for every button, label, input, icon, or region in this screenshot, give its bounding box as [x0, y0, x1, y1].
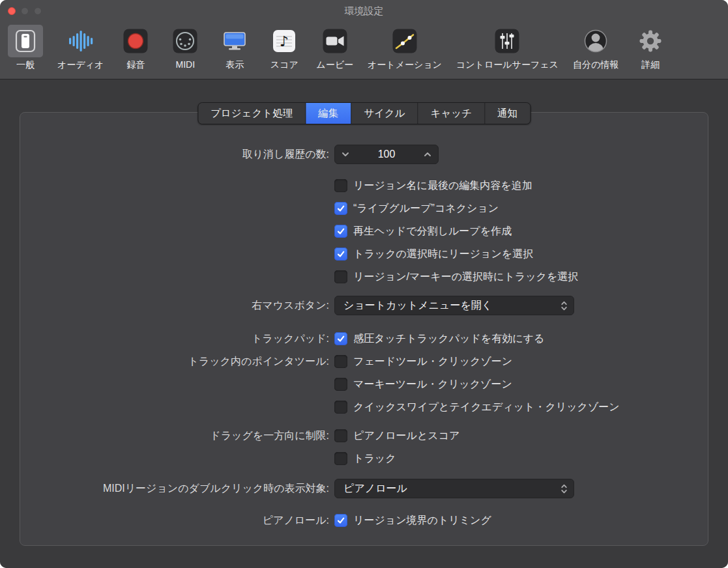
toolbar-item-advanced[interactable]: 詳細: [633, 25, 668, 71]
editing-form: 取り消し履歴の数: 100 リージョン名に最後の編集内容を追加: [20, 113, 708, 528]
checkbox-label: “ライブグループ”コネクション: [353, 202, 499, 216]
tab-notifications[interactable]: 通知: [485, 103, 530, 124]
checkbox-limit-drag-tracks[interactable]: [334, 452, 347, 465]
audio-icon: [68, 28, 94, 54]
checkbox-label: リージョン境界のトリミング: [353, 514, 491, 528]
right-mouse-popup[interactable]: ショートカットメニューを開く: [334, 296, 574, 315]
gear-icon: [637, 28, 663, 54]
checkbox-select-track-on-region-selection[interactable]: [334, 270, 347, 283]
tab-cycle[interactable]: サイクル: [351, 103, 418, 124]
toolbar-item-label: 一般: [16, 59, 35, 71]
tab-label: 編集: [318, 107, 338, 121]
drag-limit-row: ドラッグを一方向に制限: ピアノロールとスコア: [20, 428, 708, 444]
stepper-increment-icon[interactable]: [424, 152, 431, 157]
display-icon: [222, 28, 248, 54]
checkbox-fade-tool-click-zone[interactable]: [334, 355, 347, 368]
checkbox-row: クイックスワイプとテイクエディット・クリックゾーン: [20, 399, 708, 415]
toolbar-item-label: オートメーション: [368, 59, 442, 71]
toolbar-item-audio[interactable]: オーディオ: [57, 25, 104, 71]
checkmark-icon: [336, 204, 345, 213]
svg-text:♪: ♪: [280, 33, 289, 50]
checkbox-label: リージョン名に最後の編集内容を追加: [353, 179, 532, 193]
toolbar-item-label: スコア: [270, 59, 298, 71]
top-chrome: 環境設定 一般: [0, 0, 728, 79]
tab-label: 通知: [497, 107, 517, 121]
toolbar-item-label: 自分の情報: [573, 59, 619, 71]
checkbox-label: トラック: [353, 452, 396, 466]
toolbar-item-automation[interactable]: オートメーション: [368, 25, 442, 71]
toolbar-item-label: ムービー: [316, 59, 353, 71]
checkbox-label: トラックの選択時にリージョンを選択: [353, 248, 533, 261]
toolbar-item-midi[interactable]: MIDI: [167, 25, 203, 70]
checkbox-row: 再生ヘッドで分割しループを作成: [20, 223, 708, 239]
toolbar-item-label: 詳細: [641, 59, 660, 71]
preferences-toolbar: 一般 オーディオ: [0, 22, 728, 71]
checkbox-force-touch-trackpad[interactable]: [334, 332, 347, 345]
tab-catch[interactable]: キャッチ: [418, 103, 485, 124]
toolbar-item-label: 録音: [126, 59, 145, 71]
checkmark-icon: [336, 249, 345, 259]
checkbox-row: トラックの選択時にリージョンを選択: [20, 246, 708, 262]
toolbar-item-label: 表示: [226, 59, 244, 71]
tab-label: プロジェクト処理: [211, 107, 293, 121]
checkmark-icon: [336, 227, 345, 236]
undo-value: 100: [378, 149, 396, 160]
popup-value: ピアノロール: [343, 482, 561, 496]
right-mouse-row: 右マウスボタン: ショートカットメニューを開く: [20, 296, 708, 315]
checkmark-icon: [336, 334, 345, 343]
midi-double-click-label: MIDIリージョンのダブルクリック時の表示対象:: [20, 482, 329, 496]
title-bar[interactable]: 環境設定: [0, 0, 728, 22]
checkbox-row: トラック: [20, 451, 708, 466]
checkbox-label: 感圧タッチトラックパッドを有効にする: [353, 332, 544, 346]
right-mouse-label: 右マウスボタン:: [20, 299, 329, 313]
score-icon: ♪: [271, 28, 297, 54]
editing-pane: プロジェクト処理 編集 サイクル キャッチ 通知 取り消し履歴の数: 100: [20, 112, 708, 546]
toolbar-item-movie[interactable]: ムービー: [316, 25, 353, 71]
midi-icon: [172, 28, 198, 54]
my-info-icon: [583, 28, 609, 54]
trackpad-label: トラックパッド:: [20, 332, 329, 346]
control-surfaces-icon: [494, 28, 520, 54]
tab-bar: プロジェクト処理 編集 サイクル キャッチ 通知: [197, 102, 531, 124]
tab-editing[interactable]: 編集: [306, 103, 351, 124]
up-down-chevrons-icon: [561, 300, 568, 311]
piano-roll-label: ピアノロール:: [20, 514, 329, 528]
checkbox-label: リージョン/マーキーの選択時にトラックを選択: [353, 270, 578, 284]
popup-value: ショートカットメニューを開く: [343, 299, 561, 313]
midi-double-click-popup[interactable]: ピアノロール: [334, 479, 574, 498]
tab-project-handling[interactable]: プロジェクト処理: [198, 103, 306, 124]
undo-label: 取り消し履歴の数:: [20, 148, 329, 162]
toolbar-item-control-surfaces[interactable]: コントロールサーフェス: [456, 25, 559, 71]
toolbar-item-label: コントロールサーフェス: [456, 59, 559, 71]
tab-label: サイクル: [364, 107, 405, 121]
pointer-tools-row: トラック内のポインタツール: フェードツール・クリックゾーン: [20, 354, 708, 369]
checkbox-trim-region-borders[interactable]: [334, 514, 347, 527]
checkbox-row: リージョン名に最後の編集内容を追加: [20, 178, 708, 193]
movie-icon: [322, 28, 348, 54]
checkbox-quick-swipe-click-zone[interactable]: [334, 401, 347, 414]
toolbar-item-display[interactable]: 表示: [217, 25, 252, 71]
piano-roll-row: ピアノロール: リージョン境界のトリミング: [20, 513, 708, 528]
up-down-chevrons-icon: [561, 483, 568, 494]
window-title: 環境設定: [0, 5, 728, 18]
checkbox-append-edit-to-region-name[interactable]: [334, 179, 347, 192]
checkbox-label: マーキーツール・クリックゾーン: [353, 378, 512, 391]
toolbar-item-score[interactable]: ♪ スコア: [267, 25, 302, 71]
checkbox-split-at-playhead[interactable]: [334, 225, 347, 238]
toolbar-item-general[interactable]: 一般: [8, 25, 43, 71]
checkbox-row: “ライブグループ”コネクション: [20, 201, 708, 216]
checkbox-select-regions-on-track-selection[interactable]: [334, 248, 347, 261]
checkbox-row: マーキーツール・クリックゾーン: [20, 376, 708, 392]
general-icon: [12, 28, 38, 54]
undo-stepper[interactable]: 100: [334, 145, 439, 164]
toolbar-item-my-info[interactable]: 自分の情報: [573, 25, 619, 71]
checkbox-row: リージョン/マーキーの選択時にトラックを選択: [20, 269, 708, 285]
checkbox-live-groups-connection[interactable]: [334, 202, 347, 215]
stepper-decrement-icon[interactable]: [342, 152, 349, 157]
checkbox-marquee-tool-click-zone[interactable]: [334, 378, 347, 391]
toolbar-item-record[interactable]: 録音: [118, 25, 153, 71]
undo-row: 取り消し履歴の数: 100: [20, 145, 708, 164]
checkbox-limit-drag-piano-roll-score[interactable]: [334, 429, 347, 442]
toolbar-item-label: MIDI: [176, 59, 196, 70]
checkbox-label: クイックスワイプとテイクエディット・クリックゾーン: [353, 401, 620, 414]
